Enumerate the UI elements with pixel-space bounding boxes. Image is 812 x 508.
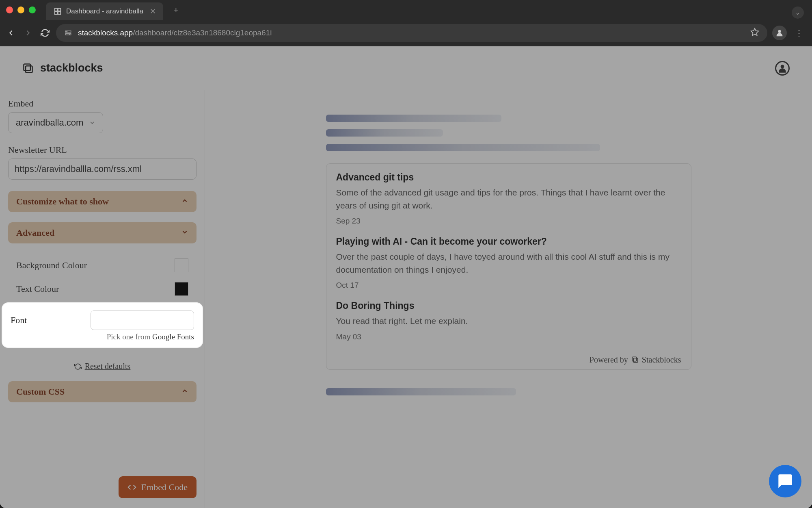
font-hint: Pick one from Google Fonts <box>11 332 194 341</box>
svg-point-6 <box>67 31 67 32</box>
post-date: Oct 17 <box>336 281 681 290</box>
section-advanced-label: Advanced <box>16 228 54 238</box>
powered-by[interactable]: Powered by Stackblocks <box>336 352 681 365</box>
address-bar[interactable]: stackblocks.app/dashboard/clz8e3a3n18680… <box>56 24 767 42</box>
chevron-down-icon <box>89 119 95 126</box>
chat-icon <box>777 473 793 489</box>
minimize-window-icon[interactable] <box>17 7 24 13</box>
tab-title: Dashboard - aravindballa <box>66 7 143 15</box>
embed-select-value: aravindballa.com <box>16 117 83 128</box>
background-color-swatch[interactable] <box>175 258 188 272</box>
post-item[interactable]: Do Boring Things You read that right. Le… <box>336 300 681 341</box>
post-description: Over the past couple of days, I have toy… <box>336 250 681 276</box>
tabs-dropdown-icon[interactable]: ⌄ <box>792 7 804 19</box>
svg-rect-11 <box>26 66 32 72</box>
reset-defaults-label: Reset defaults <box>85 362 131 371</box>
skeleton-line <box>326 388 516 395</box>
close-tab-icon[interactable]: ✕ <box>150 7 156 16</box>
browser-tab-bar: Dashboard - aravindballa ✕ + ⌄ <box>0 0 812 20</box>
post-item[interactable]: Advanced git tips Some of the advanced g… <box>336 172 681 226</box>
section-custom-css[interactable]: Custom CSS <box>8 381 197 402</box>
code-icon <box>127 483 136 492</box>
svg-rect-13 <box>632 357 637 361</box>
font-label: Font <box>11 315 27 326</box>
font-input[interactable] <box>91 310 194 330</box>
stackblocks-icon <box>631 356 639 363</box>
svg-point-12 <box>781 65 784 68</box>
chevron-up-icon <box>181 387 188 397</box>
brand-name: stackblocks <box>40 62 103 74</box>
url-text: stackblocks.app/dashboard/clz8e3a3n18680… <box>78 28 272 37</box>
forward-button[interactable] <box>22 27 34 39</box>
back-button[interactable] <box>5 27 17 39</box>
svg-rect-14 <box>633 358 638 363</box>
browser-profile-icon[interactable] <box>772 26 787 40</box>
svg-rect-10 <box>24 64 30 70</box>
reset-icon <box>74 363 82 370</box>
newsletter-url-label: Newsletter URL <box>8 145 197 155</box>
post-title: Advanced git tips <box>336 172 681 183</box>
skeleton-line <box>326 129 443 137</box>
browser-menu-icon[interactable]: ⋮ <box>792 28 807 38</box>
site-settings-icon[interactable] <box>64 29 72 37</box>
svg-marker-8 <box>751 28 758 35</box>
section-advanced[interactable]: Advanced <box>8 222 197 243</box>
background-color-row: Background Colour <box>8 254 197 277</box>
section-customize[interactable]: Customize what to show <box>8 191 197 212</box>
chevron-down-icon <box>181 228 188 238</box>
text-color-swatch[interactable] <box>175 282 188 296</box>
google-fonts-link[interactable]: Google Fonts <box>152 332 194 341</box>
svg-rect-0 <box>55 8 57 11</box>
tab-favicon-icon <box>53 7 62 16</box>
background-color-label: Background Colour <box>16 260 87 271</box>
post-date: Sep 23 <box>336 217 681 226</box>
preview-pane: Advanced git tips Some of the advanced g… <box>205 90 812 508</box>
app-header: stackblocks <box>0 46 812 90</box>
post-description: Some of the advanced git usage and tips … <box>336 186 681 212</box>
skeleton-line <box>326 144 600 151</box>
brand[interactable]: stackblocks <box>22 62 103 74</box>
post-date: May 03 <box>336 332 681 341</box>
skeleton-line <box>326 115 501 122</box>
window-controls <box>6 7 36 13</box>
svg-rect-1 <box>58 8 60 11</box>
brand-logo-icon <box>22 63 34 74</box>
section-customize-label: Customize what to show <box>16 196 109 207</box>
sidebar: Embed aravindballa.com Newsletter URL Cu… <box>0 90 205 508</box>
svg-point-9 <box>778 30 781 33</box>
svg-point-7 <box>69 34 70 35</box>
text-color-label: Text Colour <box>16 284 59 294</box>
reload-button[interactable] <box>39 27 51 39</box>
post-description: You read that right. Let me explain. <box>336 315 681 328</box>
app-content: stackblocks Embed aravindballa.com Newsl… <box>0 46 812 508</box>
embed-code-button[interactable]: Embed Code <box>119 476 197 498</box>
font-setting-card: Font Pick one from Google Fonts <box>2 303 202 347</box>
svg-rect-2 <box>55 11 57 14</box>
svg-rect-3 <box>58 11 60 14</box>
browser-tab[interactable]: Dashboard - aravindballa ✕ <box>46 2 163 20</box>
chevron-up-icon <box>181 197 188 206</box>
post-title: Playing with AI - Can it become your cow… <box>336 236 681 247</box>
post-title: Do Boring Things <box>336 300 681 311</box>
embed-label: Embed <box>8 98 197 109</box>
user-avatar[interactable] <box>775 61 790 76</box>
new-tab-button[interactable]: + <box>167 5 185 15</box>
post-item[interactable]: Playing with AI - Can it become your cow… <box>336 236 681 290</box>
embed-code-button-label: Embed Code <box>141 482 188 493</box>
newsletter-url-input[interactable] <box>8 158 197 180</box>
text-color-row: Text Colour <box>8 277 197 301</box>
embed-select[interactable]: aravindballa.com <box>8 112 103 133</box>
chat-button[interactable] <box>769 465 801 497</box>
bookmark-icon[interactable] <box>750 28 759 39</box>
posts-card: Advanced git tips Some of the advanced g… <box>326 163 691 370</box>
reset-defaults-link[interactable]: Reset defaults <box>8 362 197 371</box>
maximize-window-icon[interactable] <box>29 7 36 13</box>
browser-toolbar: stackblocks.app/dashboard/clz8e3a3n18680… <box>0 20 812 46</box>
section-custom-css-label: Custom CSS <box>16 386 65 397</box>
close-window-icon[interactable] <box>6 7 13 13</box>
